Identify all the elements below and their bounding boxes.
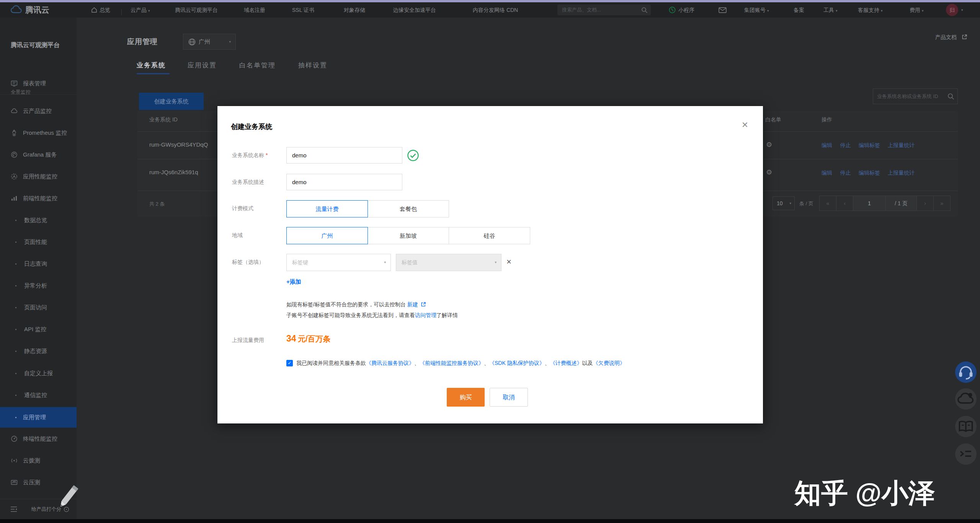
- sidebar-item-prometheus[interactable]: Prometheus 监控: [0, 128, 77, 137]
- watermark: 知乎 @小泽: [794, 476, 935, 512]
- current-page-value[interactable]: 1: [853, 196, 885, 211]
- sidebar-item-cloud-product-monitor[interactable]: 云产品监控: [0, 106, 77, 116]
- close-icon[interactable]: ×: [737, 118, 753, 133]
- add-tag-link[interactable]: +添加: [286, 278, 301, 286]
- external-link-icon[interactable]: [962, 34, 967, 40]
- external-link-icon[interactable]: [421, 302, 426, 307]
- sidebar-subitem-static-resources[interactable]: 静态资源: [0, 346, 77, 356]
- tab-whitelist-management[interactable]: 白名单管理: [239, 61, 276, 70]
- buy-button[interactable]: 购买: [447, 388, 485, 407]
- prev-page-button[interactable]: ‹: [836, 196, 853, 211]
- gear-icon[interactable]: ⚙: [766, 141, 772, 149]
- create-tag-link[interactable]: 新建: [407, 301, 418, 307]
- first-page-button[interactable]: «: [820, 196, 836, 211]
- report-stats-link[interactable]: 上报量统计: [888, 142, 915, 148]
- nav-item-tools[interactable]: 工具 ▾: [823, 2, 837, 18]
- cancel-button[interactable]: 取消: [490, 388, 528, 407]
- sidebar-subitem-log-query[interactable]: 日志查询: [0, 259, 77, 268]
- nav-item-billing[interactable]: 费用 ▾: [910, 2, 923, 18]
- sidebar-item-cat[interactable]: 云拨测: [0, 456, 77, 465]
- stop-link[interactable]: 停止: [840, 142, 851, 148]
- create-business-system-button[interactable]: 创建业务系统: [139, 93, 204, 110]
- row-id: rum-JQs6nZik591q: [149, 169, 198, 175]
- sidebar-item-report-management[interactable]: 报表管理: [0, 79, 77, 88]
- search-icon[interactable]: [947, 93, 954, 100]
- sidebar-subitem-data-overview[interactable]: 数据总览: [0, 216, 77, 225]
- nav-item-observability-platform[interactable]: 腾讯云可观测平台: [175, 2, 218, 18]
- doc-link[interactable]: 产品文档: [935, 34, 957, 41]
- avatar[interactable]: 归: [946, 4, 958, 16]
- sidebar-subitem-custom-report[interactable]: 自定义上报: [0, 369, 77, 378]
- nav-item-domain-registration[interactable]: 域名注册: [244, 2, 265, 18]
- nav-item-org-account[interactable]: 集团账号 ▾: [744, 2, 769, 18]
- sidebar-subitem-app-management-active[interactable]: 应用管理: [0, 407, 77, 428]
- collapse-menu-icon[interactable]: [10, 506, 18, 512]
- sidebar-item-terminal-perf[interactable]: 终端性能监控: [0, 434, 77, 443]
- nav-item-cdn[interactable]: 内容分发网络 CDN: [473, 2, 518, 18]
- sidebar-subitem-page-performance[interactable]: 页面性能: [0, 237, 77, 247]
- global-search-box[interactable]: 搜索产品、文档...: [557, 5, 651, 15]
- nav-item-ssl-cert[interactable]: SSL 证书: [292, 2, 314, 18]
- report-stats-link[interactable]: 上报量统计: [888, 170, 915, 176]
- agreement-checkbox-checked[interactable]: ✓: [286, 360, 293, 366]
- page-size-select[interactable]: 10 ▾: [773, 196, 795, 210]
- sidebar-item-apm[interactable]: 应用性能监控: [0, 172, 77, 181]
- nav-item-support[interactable]: 客服支持 ▾: [858, 2, 882, 18]
- sidebar-item-grafana[interactable]: Grafana 服务: [0, 150, 77, 159]
- stop-link[interactable]: 停止: [840, 170, 851, 176]
- cloud-bell-icon: [955, 388, 977, 410]
- name-input[interactable]: [286, 147, 402, 163]
- last-page-button[interactable]: »: [933, 196, 950, 211]
- region-option-silicon-valley[interactable]: 硅谷: [449, 227, 530, 244]
- next-page-button[interactable]: ›: [916, 196, 933, 211]
- tencent-cloud-logo-text[interactable]: 腾讯云: [25, 2, 49, 18]
- gear-icon[interactable]: ⚙: [766, 168, 772, 177]
- chevron-down-icon[interactable]: ▾: [961, 2, 963, 18]
- edit-link[interactable]: 编辑: [822, 170, 832, 176]
- cam-link[interactable]: 访问管理: [415, 312, 436, 318]
- edit-link[interactable]: 编辑: [822, 142, 832, 148]
- chevron-down-icon: ▾: [148, 9, 150, 13]
- chevron-down-icon: ▾: [881, 9, 883, 13]
- search-icon[interactable]: [641, 7, 648, 13]
- agreement-link-sdk-privacy[interactable]: 《SDK 隐私保护协议》: [489, 360, 545, 366]
- sidebar-subitem-exception-analysis[interactable]: 异常分析: [0, 281, 77, 290]
- region-selector[interactable]: 广州 ▾: [183, 34, 236, 50]
- nav-item-cloud-products[interactable]: 云产品 ▾: [131, 2, 150, 18]
- cloud-icon: [11, 108, 18, 114]
- nav-item-edgeone[interactable]: 边缘安全加速平台: [393, 2, 436, 18]
- list-search-input[interactable]: 业务系统名称或业务系统 ID: [873, 88, 958, 104]
- agreement-link-tos[interactable]: 《腾讯云服务协议》: [366, 360, 414, 366]
- edit-tags-link[interactable]: 编辑标签: [859, 142, 880, 148]
- remove-tag-icon[interactable]: ×: [506, 257, 511, 267]
- agreement-link-billing[interactable]: 《计费概述》: [550, 360, 582, 366]
- sidebar-subitem-communication-monitor[interactable]: 通信监控: [0, 391, 77, 400]
- nav-item-mini-program[interactable]: 小程序: [678, 2, 694, 18]
- message-center-button[interactable]: [955, 388, 977, 410]
- documentation-button[interactable]: [955, 416, 977, 437]
- column-header-id: 业务系统 ID: [149, 116, 178, 123]
- billing-option-traffic-selected[interactable]: 流量计费: [286, 200, 368, 217]
- mail-icon[interactable]: [719, 7, 727, 13]
- survey-button[interactable]: [955, 443, 977, 465]
- nav-item-icp[interactable]: 备案: [794, 2, 804, 18]
- terminal-icon: [955, 443, 977, 465]
- nav-item-cos[interactable]: 对象存储: [344, 2, 365, 18]
- tag-key-select[interactable]: 标签键 ▾: [286, 254, 391, 271]
- desc-input[interactable]: [286, 174, 402, 190]
- sidebar-item-rum[interactable]: 前端性能监控: [0, 194, 77, 203]
- agreement-link-arrears[interactable]: 《欠费说明》: [593, 360, 625, 366]
- sidebar-subitem-api-monitor[interactable]: API 监控: [0, 325, 77, 334]
- region-option-singapore[interactable]: 新加坡: [368, 227, 449, 244]
- tencent-cloud-logo-icon[interactable]: [10, 2, 24, 18]
- sidebar-subitem-page-visits[interactable]: 页面访问: [0, 303, 77, 312]
- region-option-guangzhou-selected[interactable]: 广州: [286, 227, 368, 244]
- customer-service-button[interactable]: [955, 361, 977, 383]
- tab-app-settings[interactable]: 应用设置: [188, 61, 217, 70]
- agreement-link-rum[interactable]: 《前端性能监控服务协议》: [420, 360, 484, 366]
- billing-option-package[interactable]: 套餐包: [368, 200, 449, 217]
- tab-business-systems-active[interactable]: 业务系统: [137, 61, 166, 70]
- tab-sampling-settings[interactable]: 抽样设置: [298, 61, 327, 70]
- edit-tags-link[interactable]: 编辑标签: [859, 170, 880, 176]
- nav-item-overview[interactable]: 总览: [100, 2, 110, 18]
